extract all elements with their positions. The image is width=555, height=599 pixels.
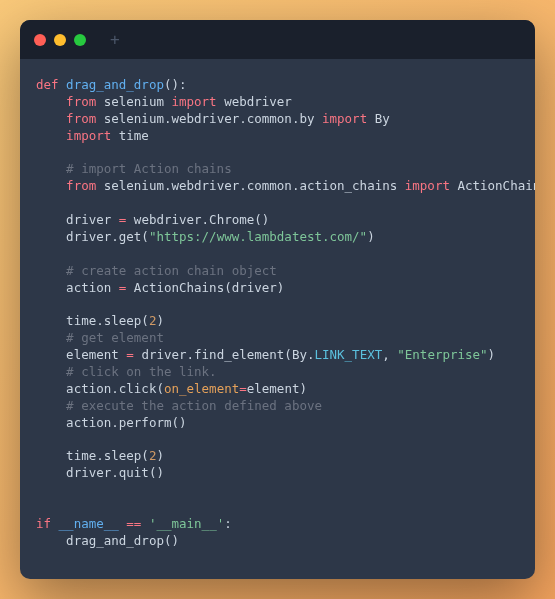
code-line: [36, 145, 519, 162]
maximize-icon[interactable]: [74, 34, 86, 46]
new-tab-button[interactable]: +: [110, 30, 120, 49]
code-line: if __name__ == '__main__':: [36, 516, 519, 533]
code-line: # execute the action defined above: [36, 398, 519, 415]
code-line: from selenium.webdriver.common.action_ch…: [36, 178, 519, 195]
close-icon[interactable]: [34, 34, 46, 46]
code-line: action = ActionChains(driver): [36, 280, 519, 297]
code-line: action.click(on_element=element): [36, 381, 519, 398]
code-line: # click on the link.: [36, 364, 519, 381]
editor-window: + def drag_and_drop(): from selenium imp…: [20, 20, 535, 579]
code-line: element = driver.find_element(By.LINK_TE…: [36, 347, 519, 364]
code-line: # import Action chains: [36, 161, 519, 178]
code-line: from selenium.webdriver.common.by import…: [36, 111, 519, 128]
code-line: time.sleep(2): [36, 313, 519, 330]
code-line: drag_and_drop(): [36, 533, 519, 550]
code-line: [36, 246, 519, 263]
code-line: time.sleep(2): [36, 448, 519, 465]
code-line: driver.get("https://www.lambdatest.com/"…: [36, 229, 519, 246]
code-line: [36, 195, 519, 212]
minimize-icon[interactable]: [54, 34, 66, 46]
code-line: def drag_and_drop():: [36, 77, 519, 94]
code-line: [36, 499, 519, 516]
code-line: driver.quit(): [36, 465, 519, 482]
code-line: driver = webdriver.Chrome(): [36, 212, 519, 229]
code-line: [36, 296, 519, 313]
code-line: # get element: [36, 330, 519, 347]
code-line: # create action chain object: [36, 263, 519, 280]
code-line: [36, 482, 519, 499]
code-line: import time: [36, 128, 519, 145]
code-line: [36, 431, 519, 448]
code-line: action.perform(): [36, 415, 519, 432]
code-editor[interactable]: def drag_and_drop(): from selenium impor…: [20, 59, 535, 568]
code-line: from selenium import webdriver: [36, 94, 519, 111]
titlebar: +: [20, 20, 535, 59]
